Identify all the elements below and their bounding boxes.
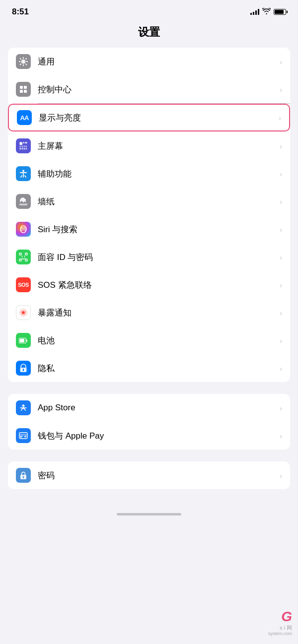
sos-label: SOS 紧急联络 bbox=[38, 279, 277, 291]
display-icon: AA bbox=[17, 110, 32, 125]
svg-rect-33 bbox=[19, 434, 27, 436]
homescreen-icon bbox=[16, 138, 31, 153]
password-label: 密码 bbox=[38, 470, 277, 481]
settings-row-accessibility[interactable]: 辅助功能 › bbox=[8, 160, 290, 188]
password-icon bbox=[16, 468, 31, 483]
appstore-icon bbox=[16, 400, 31, 415]
general-icon bbox=[16, 54, 31, 69]
wallpaper-icon bbox=[16, 194, 31, 209]
settings-row-appstore[interactable]: App Store › bbox=[8, 394, 290, 422]
battery-row-icon bbox=[16, 333, 31, 348]
exposure-chevron: › bbox=[280, 309, 282, 317]
svg-point-31 bbox=[23, 369, 24, 370]
svg-rect-2 bbox=[20, 86, 23, 89]
privacy-chevron: › bbox=[280, 364, 282, 373]
control-center-label: 控制中心 bbox=[38, 84, 277, 95]
accessibility-icon bbox=[16, 166, 31, 181]
home-indicator bbox=[0, 509, 298, 517]
battery-label: 电池 bbox=[38, 335, 277, 346]
sos-chevron: › bbox=[280, 281, 282, 289]
battery-chevron: › bbox=[280, 336, 282, 345]
faceid-icon bbox=[16, 250, 31, 264]
svg-rect-13 bbox=[20, 148, 21, 150]
settings-row-siri[interactable]: Siri 与搜索 › bbox=[8, 215, 290, 243]
settings-row-control-center[interactable]: 控制中心 › bbox=[8, 75, 290, 103]
status-icons bbox=[250, 8, 286, 16]
faceid-label: 面容 ID 与密码 bbox=[38, 252, 277, 263]
settings-row-battery[interactable]: 电池 › bbox=[8, 326, 290, 354]
display-chevron: › bbox=[279, 114, 281, 122]
settings-row-display[interactable]: AA 显示与亮度 › bbox=[8, 104, 290, 131]
svg-rect-11 bbox=[24, 146, 25, 147]
control-center-icon bbox=[16, 82, 31, 97]
accessibility-label: 辅助功能 bbox=[38, 168, 277, 180]
sos-icon: SOS bbox=[16, 277, 31, 292]
signal-icon bbox=[250, 9, 259, 15]
general-label: 通用 bbox=[38, 56, 277, 67]
wallet-chevron: › bbox=[280, 432, 282, 440]
svg-point-17 bbox=[22, 170, 24, 172]
settings-row-homescreen[interactable]: 主屏幕 › bbox=[8, 132, 290, 160]
page-title: 设置 bbox=[0, 21, 298, 48]
wallpaper-chevron: › bbox=[280, 197, 282, 206]
svg-rect-29 bbox=[26, 339, 27, 341]
siri-label: Siri 与搜索 bbox=[38, 224, 277, 235]
watermark-site: x i 网 bbox=[280, 625, 292, 631]
control-center-chevron: › bbox=[280, 85, 282, 94]
settings-section-3: 密码 › bbox=[8, 461, 290, 489]
watermark-domain: system.com bbox=[268, 631, 292, 636]
faceid-chevron: › bbox=[280, 253, 282, 261]
exposure-icon bbox=[16, 305, 31, 320]
svg-rect-5 bbox=[24, 90, 27, 93]
settings-section-2: App Store › 钱包与 Apple Pay › bbox=[8, 394, 290, 450]
status-bar: 8:51 bbox=[0, 0, 298, 21]
siri-icon bbox=[16, 222, 31, 237]
svg-point-0 bbox=[22, 61, 25, 63]
svg-rect-9 bbox=[20, 146, 21, 147]
settings-row-password[interactable]: 密码 › bbox=[8, 461, 290, 489]
siri-chevron: › bbox=[280, 225, 282, 234]
svg-point-24 bbox=[22, 311, 25, 314]
settings-row-faceid[interactable]: 面容 ID 与密码 › bbox=[8, 243, 290, 271]
settings-row-general[interactable]: 通用 › bbox=[8, 48, 290, 75]
watermark: G x i 网 system.com bbox=[268, 609, 292, 636]
svg-rect-16 bbox=[26, 148, 27, 150]
display-label: 显示与亮度 bbox=[39, 112, 276, 124]
accessibility-chevron: › bbox=[280, 170, 282, 178]
svg-point-18 bbox=[24, 199, 26, 200]
svg-rect-23 bbox=[25, 259, 27, 261]
exposure-label: 暴露通知 bbox=[38, 307, 277, 319]
wallet-label: 钱包与 Apple Pay bbox=[38, 430, 277, 442]
svg-rect-28 bbox=[20, 339, 24, 342]
svg-rect-10 bbox=[22, 146, 23, 147]
appstore-chevron: › bbox=[280, 404, 282, 412]
svg-rect-22 bbox=[19, 259, 21, 261]
svg-rect-7 bbox=[23, 142, 25, 144]
watermark-g: G bbox=[281, 609, 292, 625]
settings-row-privacy[interactable]: 隐私 › bbox=[8, 354, 290, 382]
status-time: 8:51 bbox=[12, 7, 29, 17]
svg-rect-14 bbox=[22, 148, 23, 150]
svg-rect-20 bbox=[19, 253, 21, 255]
appstore-label: App Store bbox=[38, 403, 277, 413]
svg-rect-4 bbox=[20, 90, 23, 93]
svg-rect-15 bbox=[24, 148, 25, 150]
svg-rect-21 bbox=[25, 253, 27, 255]
wallpaper-label: 墙纸 bbox=[38, 196, 277, 207]
privacy-icon bbox=[16, 361, 31, 376]
general-chevron: › bbox=[280, 58, 282, 66]
svg-rect-3 bbox=[24, 86, 27, 89]
wifi-icon bbox=[262, 8, 271, 16]
svg-rect-12 bbox=[26, 146, 27, 147]
settings-row-sos[interactable]: SOS SOS 紧急联络 › bbox=[8, 271, 290, 299]
privacy-label: 隐私 bbox=[38, 363, 277, 374]
home-bar bbox=[117, 513, 181, 515]
settings-row-wallet[interactable]: 钱包与 Apple Pay › bbox=[8, 422, 290, 450]
wallet-icon bbox=[16, 428, 31, 443]
settings-section-1: 通用 › 控制中心 › AA 显示与亮度 › bbox=[8, 48, 290, 382]
svg-rect-34 bbox=[24, 436, 26, 438]
settings-row-wallpaper[interactable]: 墙纸 › bbox=[8, 188, 290, 215]
settings-row-exposure[interactable]: 暴露通知 › bbox=[8, 299, 290, 326]
password-chevron: › bbox=[280, 471, 282, 480]
homescreen-chevron: › bbox=[280, 142, 282, 150]
